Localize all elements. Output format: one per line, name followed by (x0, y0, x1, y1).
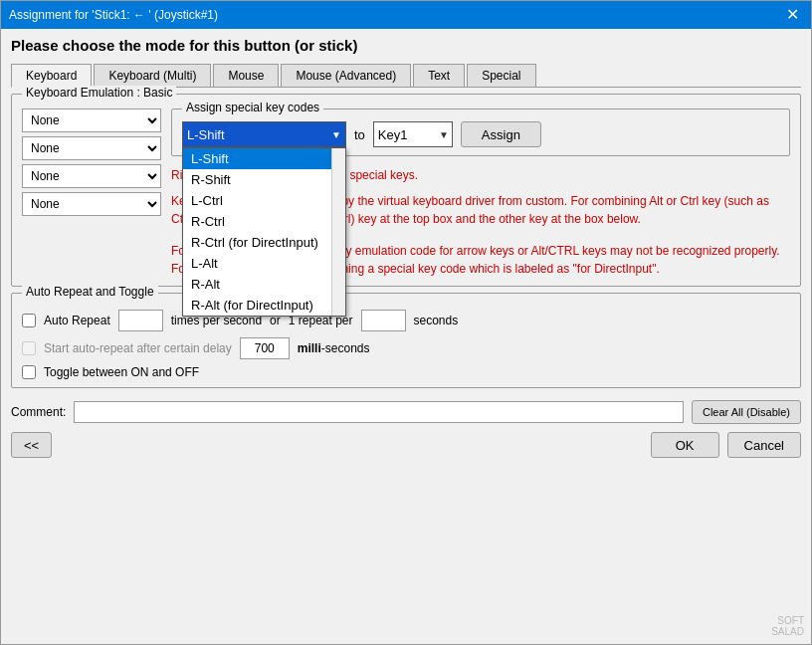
clear-all-button[interactable]: Clear All (Disable) (692, 400, 801, 424)
toggle-row: Toggle between ON and OFF (22, 365, 790, 379)
title-bar-text: Assignment for 'Stick1: ← ' (Joystick#1) (9, 8, 218, 22)
keyboard-emulation-section: Keyboard Emulation : Basic None None Non… (11, 94, 801, 287)
key-dropdown-4[interactable]: None (22, 192, 161, 216)
dropdown-item-rctrl-di[interactable]: R-Ctrl (for DirectInput) (183, 232, 345, 253)
to-label: to (354, 127, 365, 142)
special-key-dropdown-wrapper: L-Shift ▼ L-Shift R-Shift L-Ctrl R-Ctrl … (182, 121, 346, 147)
tab-keyboard-multi[interactable]: Keyboard (Multi) (94, 64, 211, 87)
comment-input[interactable] (74, 401, 684, 423)
left-dropdowns: None None None None (22, 108, 161, 278)
start-delay-label: Start auto-repeat after certain delay (44, 341, 232, 355)
dropdown-item-rshift[interactable]: R-Shift (183, 169, 345, 190)
dropdown-item-rctrl[interactable]: R-Ctrl (183, 211, 345, 232)
key-dropdown-1[interactable]: None (22, 108, 161, 132)
assign-special-label: Assign special key codes (182, 101, 323, 114)
special-key-select[interactable]: L-Shift ▼ (182, 121, 346, 147)
cancel-button[interactable]: Cancel (727, 432, 801, 458)
tab-mouse-advanced[interactable]: Mouse (Advanced) (281, 64, 411, 87)
dropdown-item-lshift[interactable]: L-Shift (183, 148, 345, 169)
key-dropdown-3[interactable]: None (22, 164, 161, 188)
auto-repeat-checkbox-label: Auto Repeat (44, 314, 110, 327)
auto-repeat-checkbox[interactable] (22, 314, 36, 327)
auto-repeat-row: Auto Repeat times per second or 1 repeat… (22, 310, 790, 331)
dropdown-scrollbar[interactable] (331, 148, 345, 316)
seconds-label: seconds (414, 314, 459, 327)
assign-special-box: Assign special key codes L-Shift ▼ (171, 108, 790, 156)
key-dropdown-2[interactable]: None (22, 136, 161, 160)
close-button[interactable]: ✕ (782, 7, 803, 23)
dropdown-arrow-icon: ▼ (331, 129, 341, 140)
selected-key-text: L-Shift (187, 127, 331, 142)
start-delay-row: Start auto-repeat after certain delay mi… (22, 337, 790, 359)
tab-mouse[interactable]: Mouse (213, 64, 279, 87)
dropdown-item-lctrl[interactable]: L-Ctrl (183, 190, 345, 211)
keyboard-section-label: Keyboard Emulation : Basic (22, 86, 176, 100)
title-bar: Assignment for 'Stick1: ← ' (Joystick#1)… (1, 1, 811, 29)
comment-and-bottom: Comment: Clear All (Disable) << OK Cance… (11, 394, 801, 462)
ok-button[interactable]: OK (651, 432, 719, 458)
main-title: Please choose the mode for this button (… (11, 37, 801, 54)
bottom-bar: << OK Cancel (11, 428, 801, 462)
right-area: Assign special key codes L-Shift ▼ (171, 108, 790, 278)
key-position-select[interactable]: Key1 (373, 121, 453, 147)
dropdown-item-ralt-di[interactable]: R-Alt (for DirectInput) (183, 295, 345, 316)
auto-repeat-body: Auto Repeat times per second or 1 repeat… (22, 302, 790, 379)
seconds-input[interactable] (361, 310, 406, 331)
window-content: Please choose the mode for this button (… (1, 29, 811, 644)
toggle-label: Toggle between ON and OFF (44, 365, 199, 379)
key-select-wrapper: Key1 ▼ (373, 121, 453, 147)
times-per-second-input[interactable] (118, 310, 163, 331)
dropdown-item-lalt[interactable]: L-Alt (183, 253, 345, 274)
assign-row: L-Shift ▼ L-Shift R-Shift L-Ctrl R-Ctrl … (182, 121, 779, 147)
dropdown-item-ralt[interactable]: R-Alt (183, 274, 345, 295)
tab-text[interactable]: Text (413, 64, 465, 87)
nav-back-button[interactable]: << (11, 432, 52, 458)
tabs-bar: Keyboard Keyboard (Multi) Mouse Mouse (A… (11, 64, 801, 88)
tab-special[interactable]: Special (467, 64, 535, 87)
ok-cancel-row: OK Cancel (651, 432, 801, 458)
keyboard-body: None None None None Assig (22, 103, 790, 278)
auto-repeat-section: Auto Repeat and Toggle Auto Repeat times… (11, 293, 801, 388)
toggle-checkbox[interactable] (22, 365, 36, 379)
comment-row: Comment: Clear All (Disable) (11, 394, 801, 428)
main-window: Assignment for 'Stick1: ← ' (Joystick#1)… (0, 0, 812, 645)
comment-label: Comment: (11, 405, 66, 419)
assign-button[interactable]: Assign (461, 121, 541, 147)
tab-keyboard[interactable]: Keyboard (11, 64, 92, 88)
delay-value-input[interactable] (240, 337, 290, 359)
milli-label: milli-seconds (298, 341, 370, 355)
start-delay-checkbox[interactable] (22, 341, 36, 355)
special-key-dropdown-list: L-Shift R-Shift L-Ctrl R-Ctrl R-Ctrl (fo… (182, 147, 346, 317)
auto-repeat-label: Auto Repeat and Toggle (22, 285, 158, 299)
